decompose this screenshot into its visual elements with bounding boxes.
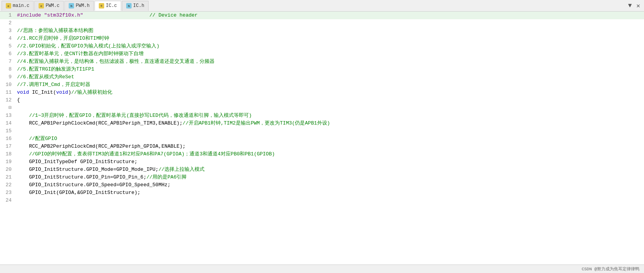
line-content: //6.配置从模式为ReSet	[15, 73, 644, 81]
table-row: 4 //1.RCC开启时钟，开启GPIO和TIM时钟	[0, 35, 644, 42]
tab-label-pwm-c: PWM.c	[46, 3, 59, 8]
line-number: 4	[0, 35, 15, 42]
line-number: 13	[0, 112, 15, 120]
line-number: 11	[0, 89, 15, 96]
table-row: 1 #include "stm32f10x.h" // Device heade…	[0, 12, 644, 19]
line-content: //3.配置时基单元，使CNT计数器在内部时钟驱动下自增	[15, 50, 644, 58]
line-number: 23	[0, 189, 15, 197]
code-table: 1 #include "stm32f10x.h" // Device heade…	[0, 12, 644, 204]
tab-icon-pwm-c: c	[39, 3, 44, 8]
line-content: //4.配置输入捕获单元，是结构体，包括滤波器，极性，直连通道还是交叉通道，分频…	[15, 58, 644, 66]
table-row: 18 //GPIO的时钟配置，查表得TIM3的通道1和2对应PA6和PA7(GP…	[0, 150, 644, 158]
line-content: //1~3开启时钟，配置GPIO，配置时基单元(直接抄写LED代码，修改通道和引…	[15, 112, 644, 120]
line-number: 19	[0, 158, 15, 166]
line-content: RCC_APB1PeriphClockCmd(RCC_APB1Periph_TI…	[15, 120, 644, 127]
line-content: RCC_APB2PeriphClockCmd(RCC_APB2Periph_GP…	[15, 143, 644, 150]
line-content: {	[15, 96, 644, 112]
line-content: //7.调用TIM_Cmd，开启定时器	[15, 81, 644, 89]
line-number: 14	[0, 120, 15, 127]
table-row: 20 GPIO_InitStructure.GPIO_Mode=GPIO_Mod…	[0, 166, 644, 174]
tab-label-ic-c: IC.c	[106, 3, 117, 8]
table-row: 8 //5.配置TRGI的触发源为TI1FP1	[0, 66, 644, 73]
line-content: void IC_Init(void)//输入捕获初始化	[15, 89, 644, 96]
table-row: 12 ⊟ {	[0, 96, 644, 112]
line-content	[15, 19, 644, 27]
line-number: 15	[0, 127, 15, 135]
line-number: 9	[0, 73, 15, 81]
tab-label-main-c: main.c	[13, 3, 29, 8]
line-content	[15, 197, 644, 204]
line-content: #include "stm32f10x.h" // Device header	[15, 12, 644, 19]
table-row: 2	[0, 19, 644, 27]
line-number: 24	[0, 197, 15, 204]
table-row: 7 //4.配置输入捕获单元，是结构体，包括滤波器，极性，直连通道还是交叉通道，…	[0, 58, 644, 66]
line-content: //GPIO的时钟配置，查表得TIM3的通道1和2对应PA6和PA7(GPIOA…	[15, 150, 644, 158]
table-row: 13 //1~3开启时钟，配置GPIO，配置时基单元(直接抄写LED代码，修改通…	[0, 112, 644, 120]
line-content: //5.配置TRGI的触发源为TI1FP1	[15, 66, 644, 73]
expand-button[interactable]: ▼	[626, 2, 634, 9]
line-number: 3	[0, 27, 15, 35]
line-content: //2.GPIO初始化，配置GPIO为输入模式(上拉输入或浮空输入)	[15, 42, 644, 50]
line-content: //配置GPIO	[15, 135, 644, 143]
status-bar: CSDN @努力成为焦耳定律律鸭	[0, 265, 644, 273]
line-content: //思路：参照输入捕获基本结构图	[15, 27, 644, 35]
tab-label-pwm-h: PWM.h	[76, 3, 90, 8]
table-row: 22 GPIO_InitStructure.GPIO_Speed=GPIO_Sp…	[0, 181, 644, 189]
tab-icon-pwm-h: h	[69, 3, 74, 8]
tab-pwm-c[interactable]: c PWM.c	[34, 1, 64, 11]
line-content: GPIO_InitStructure.GPIO_Pin=GPIO_Pin_6;/…	[15, 174, 644, 181]
line-number: 18	[0, 150, 15, 158]
line-number: 21	[0, 174, 15, 181]
table-row: 11 void IC_Init(void)//输入捕获初始化	[0, 89, 644, 96]
line-number: 22	[0, 181, 15, 189]
line-content: //1.RCC开启时钟，开启GPIO和TIM时钟	[15, 35, 644, 42]
table-row: 15	[0, 127, 644, 135]
table-row: 6 //3.配置时基单元，使CNT计数器在内部时钟驱动下自增	[0, 50, 644, 58]
line-content: GPIO_InitStructure.GPIO_Mode=GPIO_Mode_I…	[15, 166, 644, 174]
status-text: CSDN @努力成为焦耳定律律鸭	[581, 266, 639, 272]
line-number: 2	[0, 19, 15, 27]
line-content	[15, 127, 644, 135]
line-content: GPIO_Init(GPIOA,&GPIO_InitStructure);	[15, 189, 644, 197]
tab-ic-c[interactable]: c IC.c	[95, 1, 121, 11]
line-number: 12 ⊟	[0, 96, 15, 112]
table-row: 19 GPIO_InitTypeDef GPIO_InitStructure;	[0, 158, 644, 166]
tab-main-c[interactable]: c main.c	[2, 1, 34, 11]
line-number: 7	[0, 58, 15, 66]
line-content: GPIO_InitStructure.GPIO_Speed=GPIO_Speed…	[15, 181, 644, 189]
table-row: 10 //7.调用TIM_Cmd，开启定时器	[0, 81, 644, 89]
table-row: 21 GPIO_InitStructure.GPIO_Pin=GPIO_Pin_…	[0, 174, 644, 181]
line-number: 6	[0, 50, 15, 58]
line-number: 8	[0, 66, 15, 73]
tab-icon-ic-c: c	[99, 3, 104, 8]
table-row: 23 GPIO_Init(GPIOA,&GPIO_InitStructure);	[0, 189, 644, 197]
code-editor: 1 #include "stm32f10x.h" // Device heade…	[0, 12, 644, 265]
line-number: 10	[0, 81, 15, 89]
line-content: GPIO_InitTypeDef GPIO_InitStructure;	[15, 158, 644, 166]
tab-icon-main-c: c	[6, 3, 11, 8]
line-number: 17	[0, 143, 15, 150]
line-number: 16	[0, 135, 15, 143]
tab-pwm-h[interactable]: h PWM.h	[64, 1, 94, 11]
line-number: 1	[0, 12, 15, 19]
table-row: 17 RCC_APB2PeriphClockCmd(RCC_APB2Periph…	[0, 143, 644, 150]
table-row: 14 RCC_APB1PeriphClockCmd(RCC_APB1Periph…	[0, 120, 644, 127]
line-number: 5	[0, 42, 15, 50]
tab-label-ic-h: IC.h	[133, 3, 144, 8]
tab-bar: c main.c c PWM.c h PWM.h c IC.c h IC.h ▼…	[0, 0, 644, 12]
tab-ic-h[interactable]: h IC.h	[122, 1, 149, 11]
table-row: 24	[0, 197, 644, 204]
line-number: 20	[0, 166, 15, 174]
table-row: 3 //思路：参照输入捕获基本结构图	[0, 27, 644, 35]
close-button[interactable]: ✕	[634, 2, 642, 10]
table-row: 9 //6.配置从模式为ReSet	[0, 73, 644, 81]
table-row: 5 //2.GPIO初始化，配置GPIO为输入模式(上拉输入或浮空输入)	[0, 42, 644, 50]
tab-icon-ic-h: h	[126, 3, 132, 8]
table-row: 16 //配置GPIO	[0, 135, 644, 143]
